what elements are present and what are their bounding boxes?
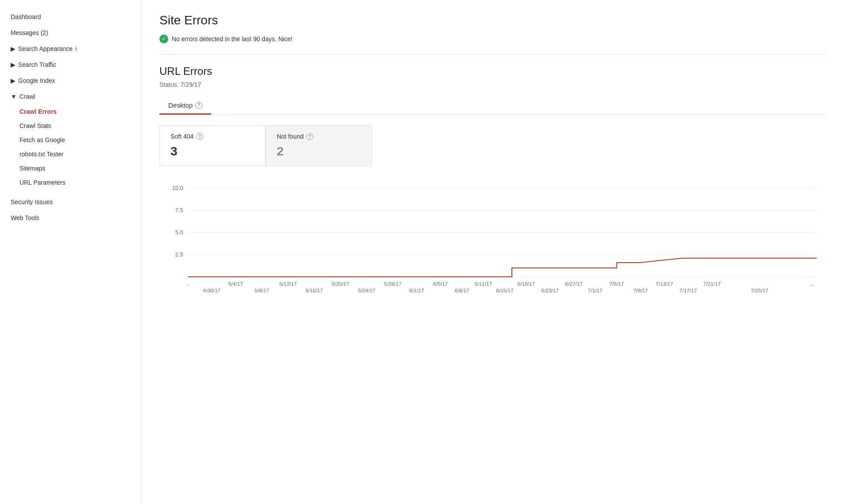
x-label-504: 5/4/17: [228, 281, 243, 287]
url-errors-title: URL Errors: [159, 65, 826, 78]
x-label-bottom-68: 6/8/17: [455, 288, 469, 293]
sidebar-item-label: Messages (2): [11, 29, 48, 36]
sidebar-item-security-issues[interactable]: Security Issues: [0, 194, 141, 210]
chart-svg: 10.0 7.5 5.0 2.5 .. 5/4/17 5/12/17 5/20/…: [159, 179, 826, 295]
chart-container: 10.0 7.5 5.0 2.5 .. 5/4/17 5/12/17 5/20/…: [159, 179, 826, 295]
x-label-713: 7/13/17: [656, 281, 673, 287]
sidebar-item-robots-txt-tester[interactable]: robots.txt Tester: [0, 147, 141, 161]
soft404-help-icon[interactable]: ?: [196, 133, 203, 140]
x-label-bottom-623: 6/23/17: [541, 288, 558, 293]
chart-line: [188, 258, 817, 277]
sidebar-item-label: Web Tools: [11, 214, 39, 221]
x-label-bottom-524: 5/24/17: [358, 288, 375, 293]
error-card-not-found-label: Not found ?: [277, 133, 361, 140]
tab-desktop[interactable]: Desktop ?: [159, 97, 211, 115]
x-label-bottom-430: 4/30/17: [203, 288, 221, 293]
error-card-not-found-value: 2: [277, 144, 361, 159]
error-card-soft404[interactable]: Soft 404 ? 3: [159, 125, 266, 166]
arrow-icon: ▶: [11, 77, 15, 84]
x-label-721: 7/21/17: [703, 281, 720, 287]
x-label-bottom-725: 7/25/17: [751, 288, 768, 293]
x-label-bottom-79: 7/9/17: [633, 288, 648, 293]
error-card-soft404-label: Soft 404 ?: [170, 133, 255, 140]
desktop-help-icon[interactable]: ?: [195, 102, 202, 109]
x-label-dots-start: ..: [186, 281, 190, 287]
x-label-bottom-615: 6/15/17: [496, 288, 513, 293]
sidebar-item-web-tools[interactable]: Web Tools: [0, 210, 141, 226]
x-label-dots-end: ...: [810, 281, 814, 287]
sidebar-item-label: Crawl: [19, 93, 35, 100]
sidebar-item-search-appearance[interactable]: ▶ Search Appearance i: [0, 41, 141, 57]
sidebar-item-label: Search Traffic: [18, 61, 56, 68]
x-label-619: 6/19/17: [518, 281, 535, 287]
divider: [159, 54, 826, 54]
sidebar-item-label: Security Issues: [11, 198, 53, 205]
sidebar-item-google-index[interactable]: ▶ Google Index: [0, 73, 141, 89]
y-label-5: 5.0: [175, 229, 183, 235]
x-label-65: 6/5/17: [433, 281, 448, 287]
sidebar-item-search-traffic[interactable]: ▶ Search Traffic: [0, 57, 141, 73]
info-icon: i: [75, 45, 77, 52]
x-label-75: 7/5/17: [609, 281, 624, 287]
sidebar-item-label: Google Index: [18, 77, 55, 84]
y-label-2_5: 2.5: [175, 252, 183, 257]
arrow-icon: ▶: [11, 61, 15, 68]
sidebar-item-crawl[interactable]: ▼ Crawl: [0, 89, 141, 105]
site-errors-message: No errors detected in the last 90 days. …: [172, 35, 292, 43]
x-label-528: 5/28/17: [384, 281, 401, 287]
x-label-611: 6/11/17: [475, 281, 492, 287]
x-label-520: 5/20/17: [332, 281, 349, 287]
x-label-bottom-516: 5/16/17: [306, 288, 323, 293]
x-label-627: 6/27/17: [565, 281, 582, 287]
error-card-soft404-value: 3: [170, 144, 255, 159]
y-label-7_5: 7.5: [175, 207, 183, 213]
sidebar-item-fetch-as-google[interactable]: Fetch as Google: [0, 133, 141, 147]
x-label-bottom-58: 5/8/17: [255, 288, 269, 293]
sidebar-item-messages[interactable]: Messages (2): [0, 25, 141, 41]
x-label-bottom-61: 6/1/17: [409, 288, 424, 293]
sidebar-item-dashboard[interactable]: Dashboard: [0, 9, 141, 25]
url-errors-status: Status: 7/29/17: [159, 81, 826, 88]
page-title: Site Errors: [159, 13, 826, 27]
main-content: Site Errors ✓ No errors detected in the …: [142, 0, 844, 504]
not-found-help-icon[interactable]: ?: [306, 133, 314, 140]
sidebar-item-label: Search Appearance: [18, 45, 73, 52]
arrow-icon: ▼: [11, 93, 17, 100]
site-errors-status: ✓ No errors detected in the last 90 days…: [159, 35, 826, 43]
sidebar-item-sitemaps[interactable]: Sitemaps: [0, 161, 141, 175]
sidebar-item-url-parameters[interactable]: URL Parameters: [0, 175, 141, 190]
x-label-bottom-71: 7/1/17: [588, 288, 603, 293]
sidebar-item-crawl-stats[interactable]: Crawl Stats: [0, 119, 141, 133]
y-label-10: 10.0: [172, 185, 183, 191]
error-card-not-found[interactable]: Not found ? 2: [266, 125, 372, 166]
arrow-icon: ▶: [11, 45, 15, 52]
check-icon: ✓: [159, 35, 168, 43]
error-cards: Soft 404 ? 3 Not found ? 2: [159, 125, 826, 166]
sidebar-item-label: Dashboard: [11, 13, 41, 20]
sidebar-item-crawl-errors[interactable]: Crawl Errors: [0, 105, 141, 119]
x-label-512: 5/12/17: [279, 281, 297, 287]
sidebar: Dashboard Messages (2) ▶ Search Appearan…: [0, 0, 142, 504]
tabs: Desktop ?: [159, 97, 826, 115]
x-label-bottom-717: 7/17/17: [679, 288, 697, 293]
tab-desktop-label: Desktop: [168, 101, 193, 109]
